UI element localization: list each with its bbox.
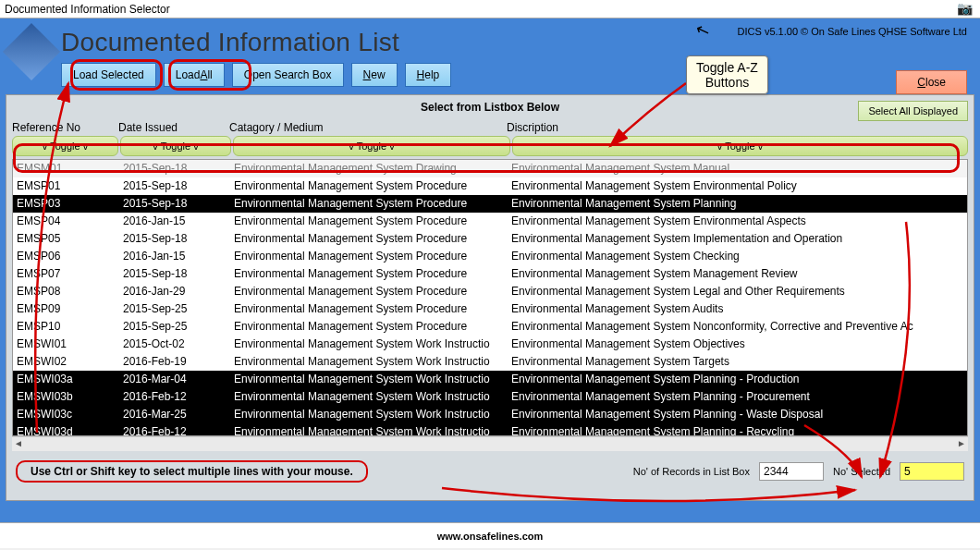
horizontal-scrollbar[interactable] xyxy=(12,436,968,451)
table-cell: EMSP04 xyxy=(13,213,119,230)
load-selected-button[interactable]: Load Selected xyxy=(61,63,156,87)
table-row[interactable]: EMSP012015-Sep-18Environmental Managemen… xyxy=(13,177,967,195)
table-cell: Environmental Management System Procedur… xyxy=(230,195,508,213)
table-cell: 2015-Oct-02 xyxy=(119,336,230,353)
table-row[interactable]: EMSM012015-Sep-18Environmental Managemen… xyxy=(13,160,967,177)
table-cell: Environmental Management System Objectiv… xyxy=(508,336,967,353)
footer-url: www.onsafelines.com xyxy=(437,531,544,542)
listbox-label: Select from Listbox Below xyxy=(10,99,970,116)
toggle-description-button[interactable]: v Toggle v xyxy=(512,136,968,156)
table-row[interactable]: EMSP092015-Sep-25Environmental Managemen… xyxy=(13,300,967,318)
table-row[interactable]: EMSP052015-Sep-18Environmental Managemen… xyxy=(13,230,967,248)
table-row[interactable]: EMSWI03c2016-Mar-25Environmental Managem… xyxy=(13,406,967,423)
table-cell: EMSWI02 xyxy=(13,353,119,371)
table-cell: Environmental Management System Planning… xyxy=(508,371,967,388)
table-cell: Environmental Management System Planning xyxy=(508,195,967,213)
table-cell: EMSP08 xyxy=(13,283,119,300)
table-cell: 2016-Feb-19 xyxy=(119,353,230,371)
table-row[interactable]: EMSWI03b2016-Feb-12Environmental Managem… xyxy=(13,388,967,406)
selected-count-value: 5 xyxy=(900,462,964,481)
table-row[interactable]: EMSWI03a2016-Mar-04Environmental Managem… xyxy=(13,371,967,388)
table-cell: Environmental Management System Environm… xyxy=(508,213,967,230)
table-cell: EMSWI03c xyxy=(13,406,119,423)
status-bar: www.onsafelines.com xyxy=(0,522,980,548)
table-cell: 2015-Sep-18 xyxy=(119,195,230,213)
records-count-value: 2344 xyxy=(759,462,824,481)
table-cell: Environmental Management System Planning… xyxy=(508,406,967,423)
select-all-displayed-button[interactable]: Select All Displayed xyxy=(858,101,968,121)
open-search-button[interactable]: Open Search Box xyxy=(232,63,344,87)
table-row[interactable]: EMSP072015-Sep-18Environmental Managemen… xyxy=(13,265,967,283)
table-cell: Environmental Management System Procedur… xyxy=(230,248,508,265)
table-cell: Environmental Management System Work Ins… xyxy=(230,406,508,423)
panel-footer: Use Ctrl or Shift key to select multiple… xyxy=(10,451,970,483)
toggle-category-button[interactable]: v Toggle v xyxy=(233,136,510,156)
table-cell: Environmental Management System Audits xyxy=(508,300,967,318)
table-cell: Environmental Management System Planning… xyxy=(508,388,967,406)
table-cell: Environmental Management System Work Ins… xyxy=(230,353,508,371)
help-button[interactable]: Help xyxy=(405,63,452,87)
table-cell: 2016-Jan-29 xyxy=(119,283,230,300)
toggle-reference-button[interactable]: v Toggle v xyxy=(12,136,118,156)
table-row[interactable]: EMSP062016-Jan-15Environmental Managemen… xyxy=(13,248,967,265)
table-cell: 2015-Sep-18 xyxy=(119,160,230,177)
table-cell: EMSM01 xyxy=(13,160,119,177)
table-row[interactable]: EMSP042016-Jan-15Environmental Managemen… xyxy=(13,213,967,230)
table-cell: EMSWI01 xyxy=(13,336,119,353)
records-listbox[interactable]: EMSM012015-Sep-18Environmental Managemen… xyxy=(12,159,968,436)
copyright-text: DICS v5.1.00 © On Safe Lines QHSE Softwa… xyxy=(738,26,967,37)
table-cell: 2015-Sep-25 xyxy=(119,318,230,336)
table-cell: Environmental Management System Targets xyxy=(508,353,967,371)
table-cell: 2016-Mar-04 xyxy=(119,371,230,388)
table-cell: EMSP01 xyxy=(13,177,119,195)
table-cell: 2015-Sep-18 xyxy=(119,230,230,248)
new-button[interactable]: New xyxy=(351,63,398,87)
table-row[interactable]: EMSWI03d2016-Feb-12Environmental Managem… xyxy=(13,423,967,436)
toggle-row: v Toggle v v Toggle v v Toggle v v Toggl… xyxy=(10,136,970,157)
header-row: Documented Information List Load Selecte… xyxy=(6,24,974,94)
table-cell: EMSWI03a xyxy=(13,371,119,388)
records-count-label: No' of Records in List Box xyxy=(633,466,750,477)
table-cell: 2016-Jan-15 xyxy=(119,248,230,265)
table-cell: Environmental Management System Checking xyxy=(508,248,967,265)
table-cell: 2015-Sep-25 xyxy=(119,300,230,318)
table-cell: EMSWI03b xyxy=(13,388,119,406)
table-cell: Environmental Management System Procedur… xyxy=(230,230,508,248)
table-cell: Environmental Management System Work Ins… xyxy=(230,388,508,406)
camera-icon[interactable]: 📷 xyxy=(957,1,973,16)
window-title: Documented Information Selector xyxy=(5,3,170,16)
table-cell: 2015-Sep-18 xyxy=(119,177,230,195)
table-cell: Environmental Management System Environm… xyxy=(508,177,967,195)
table-row[interactable]: EMSP082016-Jan-29Environmental Managemen… xyxy=(13,283,967,300)
list-panel: Select from Listbox Below Select All Dis… xyxy=(6,94,974,501)
main-frame: Documented Information List Load Selecte… xyxy=(0,18,980,522)
table-cell: Environmental Management System Procedur… xyxy=(230,177,508,195)
col-header-description: Discription xyxy=(507,121,968,134)
load-all-button[interactable]: Load All xyxy=(164,63,225,87)
table-cell: EMSP05 xyxy=(13,230,119,248)
table-row[interactable]: EMSP032015-Sep-18Environmental Managemen… xyxy=(13,195,967,213)
table-cell: EMSP03 xyxy=(13,195,119,213)
table-row[interactable]: EMSWI022016-Feb-19Environmental Manageme… xyxy=(13,353,967,371)
col-header-category: Catagory / Medium xyxy=(229,121,507,134)
table-cell: Environmental Management System Work Ins… xyxy=(230,371,508,388)
table-cell: 2015-Sep-18 xyxy=(119,265,230,283)
table-cell: Environmental Management System Implemen… xyxy=(508,230,967,248)
table-cell: EMSP10 xyxy=(13,318,119,336)
table-cell: EMSP06 xyxy=(13,248,119,265)
table-row[interactable]: EMSP102015-Sep-25Environmental Managemen… xyxy=(13,318,967,336)
table-cell: Environmental Management System Legal an… xyxy=(508,283,967,300)
table-cell: Environmental Management System Procedur… xyxy=(230,265,508,283)
table-cell: Environmental Management System Work Ins… xyxy=(230,336,508,353)
toggle-date-button[interactable]: v Toggle v xyxy=(120,136,231,156)
app-logo-icon xyxy=(3,23,60,80)
close-button[interactable]: Close xyxy=(896,70,967,94)
table-cell: Environmental Management System Drawing xyxy=(230,160,508,177)
table-cell: Environmental Management System Nonconfo… xyxy=(508,318,967,336)
table-cell: EMSP07 xyxy=(13,265,119,283)
table-cell: EMSWI03d xyxy=(13,423,119,436)
table-row[interactable]: EMSWI012015-Oct-02Environmental Manageme… xyxy=(13,336,967,353)
table-cell: 2016-Feb-12 xyxy=(119,423,230,436)
table-cell: Environmental Management System Manual xyxy=(508,160,967,177)
table-cell: Environmental Management System Work Ins… xyxy=(230,423,508,436)
